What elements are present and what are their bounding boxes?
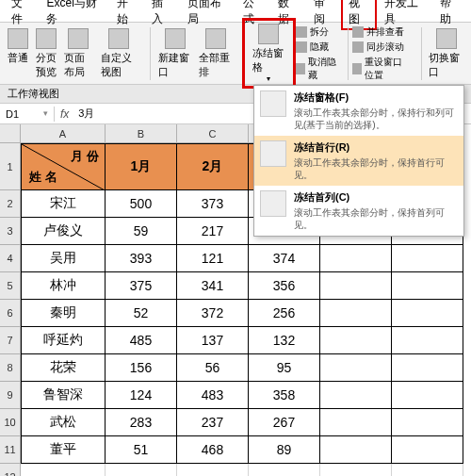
row-header-7[interactable]: 7 <box>0 327 21 354</box>
freeze-option-2[interactable]: 冻结首列(C) 滚动工作表其余部分时，保持首列可见。 <box>254 186 463 236</box>
name-cell[interactable]: 秦明 <box>21 300 106 327</box>
view-分页预览[interactable]: 分页预览 <box>32 26 60 81</box>
data-cell[interactable] <box>320 354 392 382</box>
data-cell[interactable]: 124 <box>106 382 177 409</box>
data-cell[interactable] <box>320 300 392 327</box>
row-header-5[interactable]: 5 <box>0 272 21 300</box>
data-cell[interactable] <box>392 436 463 464</box>
row-header-11[interactable]: 11 <box>0 436 21 464</box>
data-cell[interactable] <box>320 409 392 436</box>
data-cell[interactable] <box>392 409 463 436</box>
data-cell[interactable] <box>392 382 463 409</box>
data-cell[interactable] <box>392 245 463 272</box>
data-cell[interactable]: 256 <box>249 300 320 327</box>
ribbon-reset[interactable]: 重设窗口位置 <box>352 56 411 82</box>
name-cell[interactable]: 董平 <box>21 436 106 464</box>
freeze-panes-button[interactable]: 冻结窗格 ▾ <box>242 18 296 89</box>
data-cell[interactable]: 358 <box>249 382 320 409</box>
col-header-A[interactable]: A <box>21 124 106 143</box>
data-cell[interactable]: 393 <box>106 245 177 272</box>
data-cell[interactable]: 373 <box>177 190 249 218</box>
name-cell[interactable]: 武松 <box>21 409 106 436</box>
name-cell[interactable]: 宋江 <box>21 190 106 218</box>
data-cell[interactable]: 95 <box>249 354 320 382</box>
data-cell[interactable]: 121 <box>177 245 249 272</box>
ribbon-split[interactable]: 拆分 <box>296 25 329 39</box>
name-cell[interactable]: 卢俊义 <box>21 218 106 245</box>
data-cell[interactable]: 52 <box>106 300 177 327</box>
data-cell[interactable] <box>392 272 463 300</box>
select-all-corner[interactable] <box>0 124 21 143</box>
data-cell[interactable] <box>392 300 463 327</box>
data-cell[interactable]: 217 <box>177 218 249 245</box>
reset-icon <box>352 63 362 74</box>
empty-cell[interactable] <box>177 464 249 476</box>
name-cell[interactable]: 鲁智深 <box>21 382 106 409</box>
ribbon-sync[interactable]: 同步滚动 <box>352 41 404 54</box>
row-header-3[interactable]: 3 <box>0 218 21 245</box>
window-新建窗口[interactable]: 新建窗口 <box>154 26 195 81</box>
window-全部重排[interactable]: 全部重排 <box>195 26 236 81</box>
row-header-6[interactable]: 6 <box>0 300 21 327</box>
col-header-C[interactable]: C <box>177 124 249 143</box>
data-cell[interactable]: 283 <box>106 409 177 436</box>
freeze-option-1[interactable]: 冻结首行(R) 滚动工作表其余部分时，保持首行可见。 <box>254 136 463 186</box>
data-cell[interactable] <box>320 272 392 300</box>
row-header-1[interactable]: 1 <box>0 143 21 190</box>
freeze-option-0[interactable]: 冻结窗格(F) 滚动工作表其余部分时，保持行和列可见(基于当前的选择)。 <box>254 86 463 136</box>
name-cell[interactable]: 花荣 <box>21 354 106 382</box>
data-cell[interactable]: 500 <box>106 190 177 218</box>
row-header-12[interactable]: 12 <box>0 464 21 476</box>
data-cell[interactable]: 485 <box>106 327 177 354</box>
data-cell[interactable]: 356 <box>249 272 320 300</box>
data-cell[interactable]: 137 <box>177 327 249 354</box>
switch-window-button[interactable]: 切换窗口 <box>425 26 467 81</box>
data-cell[interactable]: 374 <box>249 245 320 272</box>
data-cell[interactable]: 341 <box>177 272 249 300</box>
ribbon-unhide[interactable]: 取消隐藏 <box>296 56 339 82</box>
data-cell[interactable]: 375 <box>106 272 177 300</box>
ribbon-hide[interactable]: 隐藏 <box>296 41 329 54</box>
data-cell[interactable] <box>320 327 392 354</box>
data-cell[interactable]: 372 <box>177 300 249 327</box>
data-cell[interactable] <box>320 436 392 464</box>
data-cell[interactable]: 237 <box>177 409 249 436</box>
data-cell[interactable]: 156 <box>106 354 177 382</box>
row-header-4[interactable]: 4 <box>0 245 21 272</box>
ribbon-side[interactable]: 并排查看 <box>352 25 404 39</box>
name-cell[interactable]: 吴用 <box>21 245 106 272</box>
row-header-8[interactable]: 8 <box>0 354 21 382</box>
data-cell[interactable]: 89 <box>249 436 320 464</box>
row-header-9[interactable]: 9 <box>0 382 21 409</box>
fx-icon[interactable]: fx <box>55 107 74 121</box>
data-cell[interactable] <box>392 354 463 382</box>
view-普通[interactable]: 普通 <box>4 26 32 81</box>
data-cell[interactable]: 267 <box>249 409 320 436</box>
data-cell[interactable]: 51 <box>106 436 177 464</box>
data-cell[interactable]: 468 <box>177 436 249 464</box>
name-box[interactable]: D1 ▾ <box>0 107 55 122</box>
empty-cell[interactable] <box>392 464 463 476</box>
name-cell[interactable]: 林冲 <box>21 272 106 300</box>
data-cell[interactable]: 59 <box>106 218 177 245</box>
data-cell[interactable]: 132 <box>249 327 320 354</box>
col-header-B[interactable]: B <box>106 124 177 143</box>
row-header-2[interactable]: 2 <box>0 190 21 218</box>
month-header-2[interactable]: 2月 <box>177 143 249 190</box>
data-cell[interactable] <box>320 245 392 272</box>
view-页面布局[interactable]: 页面布局 <box>60 26 97 81</box>
empty-cell[interactable] <box>320 464 392 476</box>
view-自定义视图[interactable]: 自定义视图 <box>97 26 141 81</box>
empty-cell[interactable] <box>106 464 177 476</box>
diagonal-header-cell[interactable]: 月 份 姓 名 <box>21 143 106 190</box>
data-cell[interactable] <box>392 327 463 354</box>
hide-icon <box>296 41 307 53</box>
name-cell[interactable]: 呼延灼 <box>21 327 106 354</box>
empty-cell[interactable] <box>21 464 106 476</box>
data-cell[interactable]: 56 <box>177 354 249 382</box>
month-header-1[interactable]: 1月 <box>106 143 177 190</box>
data-cell[interactable]: 483 <box>177 382 249 409</box>
data-cell[interactable] <box>320 382 392 409</box>
empty-cell[interactable] <box>249 464 320 476</box>
row-header-10[interactable]: 10 <box>0 409 21 436</box>
